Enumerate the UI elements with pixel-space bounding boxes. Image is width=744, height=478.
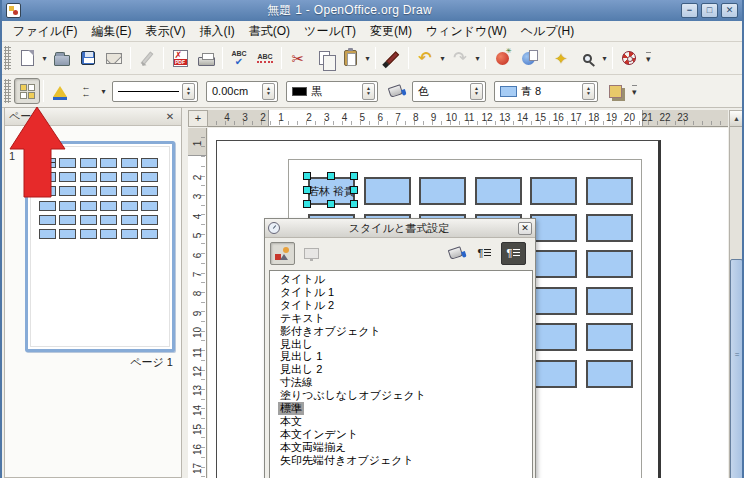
toolbar-grip[interactable]	[4, 79, 11, 103]
fill-color-select[interactable]: 青 8 ▲▼	[494, 81, 598, 102]
name-card-rect[interactable]	[530, 323, 577, 351]
name-card-rect[interactable]	[530, 360, 577, 388]
menu-item[interactable]: 表示(V)	[138, 21, 192, 42]
line-width-input[interactable]: 0.00cm ▲▼	[206, 81, 278, 102]
web-preview-button[interactable]	[515, 45, 541, 71]
auto-spellcheck-button[interactable]: ABC	[252, 45, 278, 71]
print-button[interactable]	[193, 45, 219, 71]
open-button[interactable]	[49, 45, 75, 71]
new-document-dropdown-icon[interactable]: ▾	[40, 54, 49, 63]
name-card-rect[interactable]	[586, 360, 633, 388]
copy-button[interactable]	[311, 45, 337, 71]
name-card-rect[interactable]	[530, 177, 577, 205]
line-width-spinner[interactable]: ▲▼	[262, 83, 275, 100]
name-card-rect[interactable]	[586, 250, 633, 278]
menu-item[interactable]: ウィンドウ(W)	[419, 21, 514, 42]
style-list-item[interactable]: タイトル 1	[278, 286, 336, 299]
selection-handle[interactable]	[303, 172, 311, 180]
new-style-from-selection-button[interactable]: ¶	[472, 242, 497, 265]
page-thumbnail[interactable]	[25, 141, 175, 352]
scroll-up-icon[interactable]: ▲	[730, 111, 743, 127]
redo-dropdown-icon[interactable]: ▾	[473, 54, 482, 63]
line-color-select[interactable]: 黒 ▲▼	[286, 81, 378, 102]
format-paintbrush-button[interactable]	[379, 45, 405, 71]
area-dialog-button[interactable]	[382, 78, 408, 104]
fill-type-spinner[interactable]: ▲▼	[470, 83, 483, 100]
style-list-item[interactable]: テキスト	[278, 312, 327, 325]
menu-item[interactable]: 編集(E)	[84, 21, 138, 42]
new-document-button[interactable]	[14, 45, 40, 71]
undo-button[interactable]: ↶	[412, 45, 438, 71]
menu-item[interactable]: 変更(M)	[363, 21, 419, 42]
style-list-item[interactable]: 見出し 1	[278, 350, 324, 363]
style-list-item[interactable]: 影付きオブジェクト	[278, 325, 383, 338]
zoom-dropdown-icon[interactable]: ▾	[600, 54, 609, 63]
arrow-style-dropdown-icon[interactable]: ▾	[99, 87, 108, 96]
pages-panel-close-icon[interactable]: ✕	[163, 111, 177, 122]
cut-button[interactable]: ✂	[285, 45, 311, 71]
style-list-item[interactable]: 本文	[278, 415, 304, 428]
name-card-rect[interactable]	[475, 177, 522, 205]
graphics-styles-button[interactable]	[270, 242, 295, 265]
shadow-button[interactable]	[602, 78, 628, 104]
minimize-icon[interactable]: −	[681, 3, 698, 18]
selection-handle[interactable]	[350, 186, 358, 194]
line-color-spinner[interactable]: ▲▼	[362, 83, 375, 100]
save-button[interactable]	[75, 45, 101, 71]
style-list-item[interactable]: 本文両端揃え	[278, 441, 348, 454]
style-list-item[interactable]: 見出し	[278, 338, 315, 351]
selection-handle[interactable]	[350, 200, 358, 208]
toolbar-grip[interactable]	[4, 46, 11, 70]
menu-item[interactable]: ツール(T)	[297, 21, 363, 42]
menu-item[interactable]: 書式(O)	[242, 21, 297, 42]
dialog-title-bar[interactable]: スタイルと書式設定 ✕	[265, 219, 535, 238]
name-card-rect[interactable]	[530, 250, 577, 278]
fill-format-mode-button[interactable]	[443, 242, 468, 265]
arrow-style-button[interactable]: ←←	[73, 78, 99, 104]
spellcheck-button[interactable]: ABC✔	[226, 45, 252, 71]
toolbar-overflow-icon[interactable]: ▾	[646, 52, 651, 64]
name-card-rect[interactable]	[586, 214, 633, 242]
name-card-rect[interactable]	[419, 177, 466, 205]
line-dialog-button[interactable]	[47, 78, 73, 104]
undo-dropdown-icon[interactable]: ▾	[438, 54, 447, 63]
menu-item[interactable]: ファイル(F)	[6, 21, 84, 42]
name-card-rect[interactable]	[586, 177, 633, 205]
line-style-spinner[interactable]: ▲▼	[182, 83, 195, 100]
scrollbar-thumb[interactable]: =	[730, 259, 743, 478]
export-pdf-button[interactable]: ✗ PDF	[167, 45, 193, 71]
name-card-rect[interactable]	[586, 287, 633, 315]
fill-type-select[interactable]: 色 ▲▼	[412, 81, 486, 102]
style-list-item[interactable]: 標準	[278, 402, 304, 415]
paste-button[interactable]	[337, 45, 363, 71]
selection-handle[interactable]	[327, 172, 335, 180]
dialog-close-icon[interactable]: ✕	[518, 222, 532, 235]
name-card-rect[interactable]	[586, 323, 633, 351]
style-list-item[interactable]: タイトル	[278, 273, 327, 286]
style-list-item[interactable]: 見出し 2	[278, 363, 324, 376]
maximize-icon[interactable]: □	[701, 3, 718, 18]
fill-color-spinner[interactable]: ▲▼	[582, 83, 595, 100]
selection-handle[interactable]	[303, 200, 311, 208]
style-list-item[interactable]: タイトル 2	[278, 299, 336, 312]
name-card-rect[interactable]	[364, 177, 411, 205]
style-list-item[interactable]: 塗りつぶしなしオブジェクト	[278, 389, 428, 402]
style-list-item[interactable]: 本文インデント	[278, 428, 360, 441]
email-button[interactable]	[101, 45, 127, 71]
close-icon[interactable]: ✕	[721, 3, 738, 18]
vertical-scrollbar[interactable]: ▲ =	[729, 110, 744, 478]
menu-item[interactable]: 挿入(I)	[192, 21, 241, 42]
zoom-button[interactable]	[574, 45, 600, 71]
update-style-button[interactable]: ¶	[501, 242, 526, 265]
selection-handle[interactable]	[327, 200, 335, 208]
name-card-rect[interactable]	[530, 214, 577, 242]
line-style-select[interactable]: ▲▼	[112, 81, 198, 102]
name-card-rect[interactable]	[530, 287, 577, 315]
styles-and-formatting-button[interactable]	[14, 78, 40, 104]
navigator-button[interactable]: ✦	[548, 45, 574, 71]
help-button[interactable]	[616, 45, 642, 71]
selection-handle[interactable]	[350, 172, 358, 180]
style-list-item[interactable]: 矢印先端付きオブジェクト	[278, 454, 416, 467]
style-list-item[interactable]: 寸法線	[278, 376, 315, 389]
menu-item[interactable]: ヘルプ(H)	[514, 21, 582, 42]
